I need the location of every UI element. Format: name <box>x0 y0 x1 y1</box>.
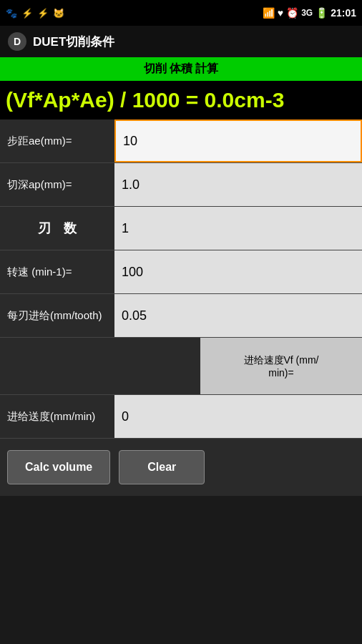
app-logo-icon: D <box>7 31 27 52</box>
action-buttons-container: Calc volume Clear <box>0 439 362 496</box>
svg-text:D: D <box>14 36 21 47</box>
cat-icon: 🐾 <box>6 8 17 19</box>
time-display: 21:01 <box>331 7 356 19</box>
feed-rate-row: 进给送度(mm/min) <box>0 395 362 439</box>
usb-icon2: ⚡ <box>37 8 49 19</box>
blades-row: 刃 数 <box>0 207 362 250</box>
ae-label: 步距ae(mm)= <box>0 129 114 154</box>
ae-input[interactable] <box>114 119 362 162</box>
download-icon: 📶 <box>263 7 275 19</box>
vf-calc-label: 进给速度Vf (mm/ min)= <box>244 354 319 379</box>
app-icon: 🐱 <box>53 8 64 19</box>
feed-tooth-row: 每刃进给(mm/tooth) <box>0 294 362 338</box>
app-title: DUET切削条件 <box>33 34 114 50</box>
blades-label: 刃 数 <box>0 214 114 243</box>
battery-icon: 🔋 <box>315 7 328 19</box>
ap-row: 切深ap(mm)= <box>0 163 362 207</box>
blades-input[interactable] <box>114 207 362 250</box>
main-content: 步距ae(mm)= 切深ap(mm)= 刃 数 转速 (min-1)= 每刃进给… <box>0 119 362 496</box>
network-label: 3G <box>301 8 313 18</box>
feed-tooth-label: 每刃进给(mm/tooth) <box>0 303 114 328</box>
usb-icon1: ⚡ <box>21 8 33 19</box>
ap-label: 切深ap(mm)= <box>0 172 114 197</box>
vf-calc-row: 进给速度Vf (mm/ min)= <box>0 338 362 395</box>
status-bar: 🐾 ⚡ ⚡ 🐱 📶 ♥ ⏰ 3G 🔋 21:01 <box>0 0 362 26</box>
speed-input[interactable] <box>114 250 362 293</box>
feed-tooth-input[interactable] <box>114 294 362 337</box>
feed-rate-input[interactable] <box>114 395 362 438</box>
status-icons-right: 📶 ♥ ⏰ 3G 🔋 21:01 <box>263 7 356 19</box>
speed-label: 转速 (min-1)= <box>0 260 114 285</box>
header-title: 切削 体積 計算 <box>144 62 219 74</box>
formula-text: (Vf*Ap*Ae) / 1000 = 0.0cm-3 <box>6 88 284 112</box>
feed-rate-label: 进给送度(mm/min) <box>0 404 114 429</box>
ap-input[interactable] <box>114 163 362 206</box>
title-bar: D DUET切削条件 <box>0 26 362 57</box>
vf-calc-button[interactable]: 进给速度Vf (mm/ min)= <box>200 338 362 394</box>
vf-label-area <box>0 338 200 394</box>
formula-display: (Vf*Ap*Ae) / 1000 = 0.0cm-3 <box>0 81 362 119</box>
clear-button[interactable]: Clear <box>119 450 205 484</box>
heart-icon: ♥ <box>278 7 283 19</box>
ae-row: 步距ae(mm)= <box>0 119 362 163</box>
calc-volume-button[interactable]: Calc volume <box>7 450 110 484</box>
speed-row: 转速 (min-1)= <box>0 250 362 294</box>
status-icons-left: 🐾 ⚡ ⚡ 🐱 <box>6 8 64 19</box>
page-header: 切削 体積 計算 <box>0 57 362 81</box>
clock-icon: ⏰ <box>286 7 298 19</box>
